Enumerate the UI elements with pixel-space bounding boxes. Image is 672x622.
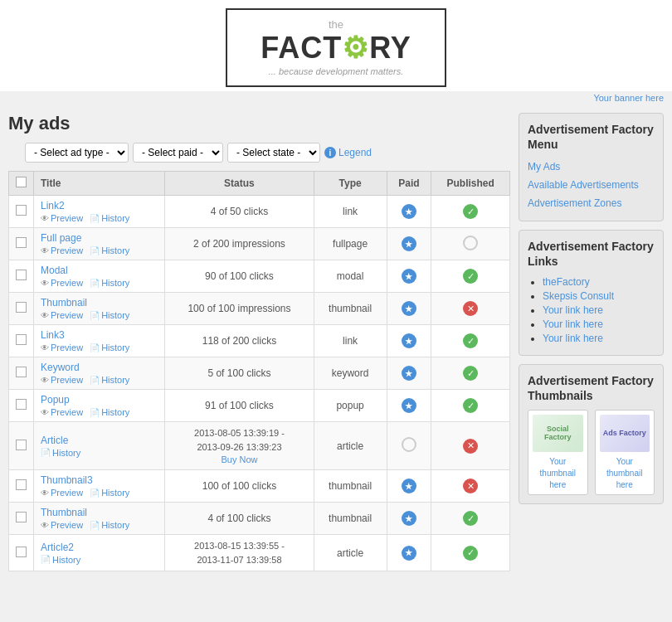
history-link[interactable]: 📄 History xyxy=(41,555,80,565)
logo-ory: RY xyxy=(369,31,411,65)
table-row: Thumbnail👁 Preview📄 History100 of 100 im… xyxy=(9,293,510,325)
paid-icon: ★ xyxy=(402,204,416,219)
row-published-cell: ✓ xyxy=(431,196,510,228)
row-paid-cell: ★ xyxy=(387,503,431,535)
preview-link[interactable]: 👁 Preview xyxy=(41,520,83,530)
row-published-cell: ✕ xyxy=(431,293,510,325)
sidebar-ad-zones[interactable]: Advertisement Zones xyxy=(528,195,655,213)
row-type-cell: link xyxy=(314,325,387,357)
banner-anchor[interactable]: Your banner here xyxy=(593,93,664,103)
ad-type-select[interactable]: - Select ad type - xyxy=(25,143,129,163)
ad-title-link[interactable]: Modal xyxy=(41,265,158,276)
row-checkbox[interactable] xyxy=(16,547,27,557)
preview-link[interactable]: 👁 Preview xyxy=(41,310,83,320)
link-yourlink-1[interactable]: Your link here xyxy=(543,304,603,316)
sidebar-available-ads[interactable]: Available Advertisements xyxy=(528,177,655,195)
row-checkbox[interactable] xyxy=(16,440,27,450)
sidebar-my-ads[interactable]: My Ads xyxy=(528,158,655,177)
banner-link[interactable]: Your banner here xyxy=(0,91,672,104)
table-row: Full page👁 Preview📄 History2 of 200 impr… xyxy=(9,228,510,260)
ad-title-link[interactable]: Keyword xyxy=(41,362,158,373)
row-status-cell: 4 of 50 clicks xyxy=(165,196,314,228)
row-type-cell: keyword xyxy=(314,357,387,390)
legend-button[interactable]: i Legend xyxy=(324,147,372,158)
row-checkbox[interactable] xyxy=(16,512,27,522)
row-checkbox[interactable] xyxy=(16,399,27,410)
row-type-cell: modal xyxy=(314,260,387,293)
preview-link[interactable]: 👁 Preview xyxy=(41,343,83,352)
published-check-icon: ✓ xyxy=(463,398,478,413)
history-link[interactable]: 📄 History xyxy=(41,448,80,458)
link-skepsis[interactable]: Skepsis Consult xyxy=(543,290,614,302)
state-select[interactable]: - Select state - xyxy=(227,143,320,163)
row-check-cell xyxy=(9,228,34,260)
ad-title-link[interactable]: Thumbnail xyxy=(41,507,158,518)
row-type-cell: article xyxy=(314,535,387,571)
legend-icon: i xyxy=(324,147,336,158)
published-x-icon: ✕ xyxy=(463,301,478,316)
thumb-ads-label[interactable]: Your thumbnail here xyxy=(606,457,642,489)
th-paid: Paid xyxy=(387,172,431,196)
thumb-grid: Social Factory Your thumbnail here Ads F… xyxy=(528,410,655,495)
ad-title-link[interactable]: Popup xyxy=(41,394,158,406)
preview-link[interactable]: 👁 Preview xyxy=(41,407,83,417)
row-type-cell: article xyxy=(314,422,387,470)
row-checkbox[interactable] xyxy=(16,270,27,280)
ad-title-link[interactable]: Article2 xyxy=(41,542,158,553)
sidebar-links-box: Advertisement Factory Links theFactory S… xyxy=(519,230,664,355)
paid-icon: ★ xyxy=(402,269,416,284)
th-published: Published xyxy=(431,172,510,196)
link-yourlink-3[interactable]: Your link here xyxy=(543,333,603,344)
preview-link[interactable]: 👁 Preview xyxy=(41,213,83,223)
history-link[interactable]: 📄 History xyxy=(90,407,129,417)
legend-label: Legend xyxy=(338,147,372,158)
thumb-social-label[interactable]: Your thumbnail here xyxy=(540,457,576,489)
row-title-cell: Thumbnail3👁 Preview📄 History xyxy=(34,470,165,503)
buy-now-link[interactable]: Buy Now xyxy=(221,454,257,464)
history-link[interactable]: 📄 History xyxy=(90,278,129,288)
history-link[interactable]: 📄 History xyxy=(90,488,129,498)
link-yourlink-2[interactable]: Your link here xyxy=(543,318,603,330)
ad-title-link[interactable]: Thumbnail3 xyxy=(41,474,158,486)
ad-title-link[interactable]: Link2 xyxy=(41,200,158,211)
history-link[interactable]: 📄 History xyxy=(90,520,129,530)
preview-link[interactable]: 👁 Preview xyxy=(41,278,83,288)
row-title-cell: Article📄 History xyxy=(34,422,165,470)
preview-link[interactable]: 👁 Preview xyxy=(41,488,83,498)
row-checkbox[interactable] xyxy=(16,205,27,216)
header-checkbox[interactable] xyxy=(16,177,27,187)
sidebar: Advertisement Factory Menu My Ads Availa… xyxy=(519,113,664,571)
published-check-icon: ✓ xyxy=(463,366,478,381)
preview-link[interactable]: 👁 Preview xyxy=(41,245,83,255)
history-link[interactable]: 📄 History xyxy=(90,343,129,352)
article-date: 2013-08-15 13:39:55 -2013-11-07 13:39:58 xyxy=(172,539,306,566)
row-checkbox[interactable] xyxy=(16,302,27,313)
ad-title-link[interactable]: Article xyxy=(41,435,158,446)
th-status: Status xyxy=(165,172,314,196)
row-check-cell xyxy=(9,503,34,535)
ad-title-link[interactable]: Thumbnail xyxy=(41,297,158,309)
table-row: Article2📄 History2013-08-15 13:39:55 -20… xyxy=(9,535,510,571)
ad-title-link[interactable]: Full page xyxy=(41,232,158,244)
history-link[interactable]: 📄 History xyxy=(90,375,129,385)
history-link[interactable]: 📄 History xyxy=(90,245,129,255)
paid-select[interactable]: - Select paid - xyxy=(133,143,223,163)
thumb-ads-image: Ads Factory xyxy=(600,415,650,452)
preview-link[interactable]: 👁 Preview xyxy=(41,375,83,385)
ad-title-link[interactable]: Link3 xyxy=(41,329,158,341)
row-type-cell: thumbnail xyxy=(314,293,387,325)
row-published-cell: ✓ xyxy=(431,535,510,571)
link-thefactory[interactable]: theFactory xyxy=(543,276,590,288)
row-checkbox[interactable] xyxy=(16,237,27,248)
row-checkbox[interactable] xyxy=(16,334,27,345)
history-link[interactable]: 📄 History xyxy=(90,213,129,223)
ads-table: Title Status Type Paid Published Link2👁 … xyxy=(8,171,510,571)
row-title-cell: Article2📄 History xyxy=(34,535,165,571)
row-title-cell: Keyword👁 Preview📄 History xyxy=(34,357,165,390)
row-status-cell: 100 of 100 impressions xyxy=(165,293,314,325)
row-checkbox[interactable] xyxy=(16,479,27,490)
row-status-cell: 2013-08-05 13:39:19 -2013-09-26 13:39:23… xyxy=(165,422,314,470)
history-link[interactable]: 📄 History xyxy=(90,310,129,320)
page-title: My ads xyxy=(8,113,510,134)
row-checkbox[interactable] xyxy=(16,367,27,377)
